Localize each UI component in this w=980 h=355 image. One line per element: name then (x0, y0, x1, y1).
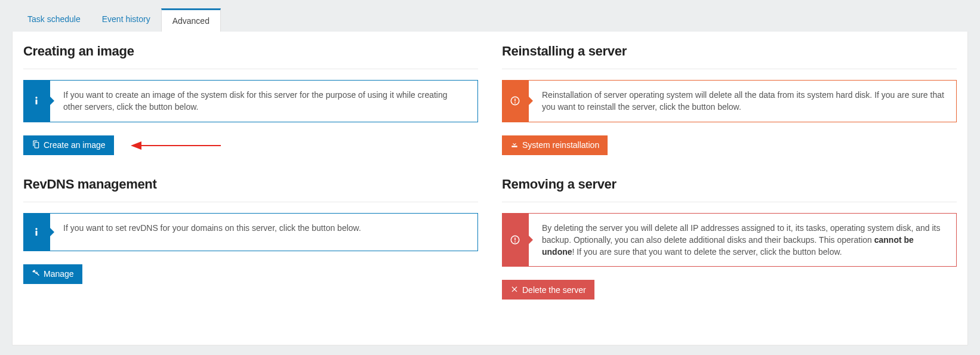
alert-remove: By deleting the server you will delete a… (502, 213, 957, 267)
delete-server-button[interactable]: Delete the server (502, 280, 594, 300)
alert-text: Reinstallation of server operating syste… (528, 80, 957, 122)
divider (502, 202, 957, 202)
section-remove: Removing a server By deleting the server… (502, 177, 957, 300)
alert-creating-image: If you want to create an image of the sy… (23, 80, 478, 122)
warning-icon (502, 80, 528, 122)
button-label: Delete the server (522, 285, 586, 295)
section-title-remove: Removing a server (502, 177, 957, 192)
svg-point-0 (35, 97, 37, 98)
danger-icon (502, 213, 528, 267)
section-title-reinstall: Reinstalling a server (502, 44, 957, 59)
right-column: Reinstalling a server Reinstallation of … (502, 44, 957, 321)
manage-revdns-button[interactable]: Manage (23, 264, 82, 284)
advanced-panel: Creating an image If you want to create … (12, 32, 968, 345)
section-revdns: RevDNS management If you want to set rev… (23, 177, 478, 284)
button-label: System reinstallation (522, 140, 599, 150)
button-label: Manage (44, 269, 74, 279)
tab-event-history[interactable]: Event history (91, 8, 161, 32)
info-icon (23, 80, 50, 122)
tools-icon (32, 269, 40, 279)
tab-bar: Task schedule Event history Advanced (12, 0, 968, 32)
divider (23, 202, 478, 202)
info-icon (23, 213, 50, 251)
svg-rect-8 (514, 98, 516, 101)
svg-rect-5 (36, 230, 38, 235)
danger-text-post: ! If you are sure that you want to delet… (572, 247, 842, 257)
button-label: Create an image (44, 140, 106, 150)
tab-advanced[interactable]: Advanced (161, 8, 221, 32)
alert-text: If you want to set revDNS for your domai… (50, 213, 478, 251)
alert-reinstall: Reinstallation of server operating syste… (502, 80, 957, 122)
svg-point-9 (514, 103, 516, 104)
section-creating-image: Creating an image If you want to create … (23, 44, 478, 155)
divider (23, 69, 478, 69)
left-column: Creating an image If you want to create … (23, 44, 478, 321)
system-reinstallation-button[interactable]: System reinstallation (502, 135, 608, 155)
section-title-creating-image: Creating an image (23, 44, 478, 59)
svg-point-13 (514, 241, 516, 242)
svg-point-4 (35, 228, 37, 230)
svg-marker-3 (131, 141, 141, 150)
alert-revdns: If you want to set revDNS for your domai… (23, 213, 478, 251)
alert-text: If you want to create an image of the sy… (50, 80, 478, 122)
download-icon (510, 140, 519, 150)
copy-icon (32, 140, 40, 150)
divider (502, 69, 957, 69)
alert-text: By deleting the server you will delete a… (528, 213, 957, 267)
section-title-revdns: RevDNS management (23, 177, 478, 192)
close-icon (510, 285, 519, 295)
create-image-button[interactable]: Create an image (23, 135, 114, 155)
svg-rect-12 (514, 237, 516, 240)
tab-task-schedule[interactable]: Task schedule (17, 8, 91, 32)
section-reinstall: Reinstalling a server Reinstallation of … (502, 44, 957, 155)
svg-rect-1 (36, 100, 38, 104)
